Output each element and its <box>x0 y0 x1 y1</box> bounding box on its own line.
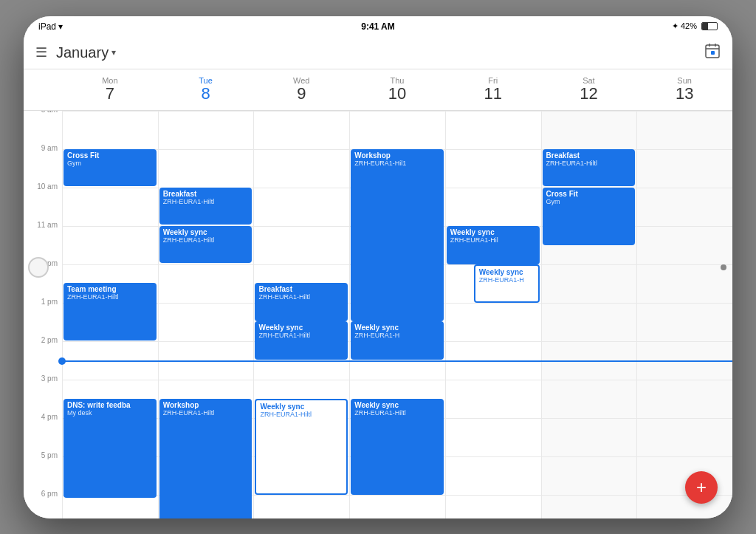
cell-fri-5[interactable] <box>445 456 541 495</box>
day-col-thu: Workshop ZRH-EURA1-Hil1 Weekly sync ZRH-… <box>349 111 445 518</box>
today-button[interactable] <box>704 43 721 63</box>
event-title: Workshop <box>354 151 440 160</box>
side-button-left <box>28 257 49 278</box>
event-title: Weekly sync <box>163 228 249 236</box>
event-weeklysync-fri2[interactable]: Weekly sync ZRH-EURA1-H <box>474 264 540 303</box>
event-workshop-thu[interactable]: Workshop ZRH-EURA1-Hil1 <box>351 149 444 321</box>
cell-wed-10[interactable] <box>253 188 349 226</box>
day-header-tue[interactable]: Tue 8 <box>158 69 254 110</box>
cell-wed-9[interactable] <box>253 149 349 188</box>
time-label-6pm: 6 pm <box>24 490 62 518</box>
month-label: January <box>56 44 109 61</box>
event-breakfast-sat[interactable]: Breakfast ZRH-EURA1-Hiltl <box>543 149 636 186</box>
event-crossfit-sat[interactable]: Cross Fit Gym <box>543 188 636 245</box>
day-header-thu[interactable]: Thu 10 <box>349 69 445 110</box>
cell-fri-3[interactable] <box>445 380 541 418</box>
day-num-fri: 11 <box>484 85 501 103</box>
cell-sun-4[interactable] <box>636 418 732 456</box>
cell-sun-8[interactable] <box>636 111 732 149</box>
cell-fri-10[interactable] <box>445 188 541 226</box>
add-event-button[interactable]: + <box>685 471 718 504</box>
event-workshop-tue[interactable]: Workshop ZRH-EURA1-Hiltl <box>159 399 252 518</box>
event-dns-mon[interactable]: DNS: write feedba My desk <box>63 399 157 498</box>
event-sub: ZRH-EURA1-Hiltl <box>67 293 153 301</box>
cell-mon-2[interactable] <box>62 341 158 380</box>
event-weeklysync-thu2[interactable]: Weekly sync ZRH-EURA1-Hiltl <box>351 399 444 495</box>
cell-sat-6[interactable] <box>541 495 637 518</box>
cell-mon-10[interactable] <box>62 188 158 226</box>
event-weeklysync-wed1[interactable]: Weekly sync ZRH-EURA1-Hiltl <box>255 321 348 360</box>
time-col-spacer <box>24 69 62 110</box>
cell-tue-9[interactable] <box>158 149 254 188</box>
cell-wed-8[interactable] <box>253 111 349 149</box>
cell-tue-2[interactable] <box>158 341 254 380</box>
cell-fri-9[interactable] <box>445 149 541 188</box>
cell-sun-11[interactable] <box>636 226 732 264</box>
header-left: ☰ January ▾ <box>35 44 116 61</box>
day-header-wed[interactable]: Wed 9 <box>253 69 349 110</box>
status-time: 9:41 AM <box>361 21 395 32</box>
cell-fri-4[interactable] <box>445 418 541 456</box>
event-weeklysync-wed2[interactable]: Weekly sync ZRH-EURA1-Hiltl <box>255 399 348 495</box>
ipad-label: iPad ▾ <box>38 21 63 32</box>
cell-fri-1[interactable] <box>445 303 541 341</box>
cell-sun-6[interactable] <box>636 495 732 518</box>
cell-sat-4[interactable] <box>541 418 637 456</box>
event-breakfast-tue[interactable]: Breakfast ZRH-EURA1-Hiltl <box>159 188 252 225</box>
cell-sun-1[interactable] <box>636 303 732 341</box>
cell-thu-8[interactable] <box>349 111 445 149</box>
cell-sun-9[interactable] <box>636 149 732 188</box>
cell-mon-11[interactable] <box>62 226 158 264</box>
cell-sat-2[interactable] <box>541 341 637 380</box>
cell-fri-6[interactable] <box>445 495 541 518</box>
cell-thu-6[interactable] <box>349 495 445 518</box>
cell-sat-12[interactable] <box>541 264 637 303</box>
cell-mon-6[interactable] <box>62 495 158 518</box>
cell-sat-3[interactable] <box>541 380 637 418</box>
event-title: Breakfast <box>258 285 344 293</box>
event-weeklysync-thu1[interactable]: Weekly sync ZRH-EURA1-H <box>351 321 444 360</box>
day-num-sat: 12 <box>580 85 597 103</box>
event-title: Workshop <box>163 401 249 409</box>
calendar-body[interactable]: 8 am 9 am 10 am <box>24 111 732 518</box>
cell-sat-1[interactable] <box>541 303 637 341</box>
time-label-9am: 9 am <box>24 144 62 182</box>
cell-sat-5[interactable] <box>541 456 637 495</box>
calendar-header: ☰ January ▾ <box>24 37 732 69</box>
time-label-11am: 11 am <box>24 221 62 259</box>
cell-sat-8[interactable] <box>541 111 637 149</box>
event-sub: ZRH-EURA1-Hil <box>450 236 536 244</box>
event-weeklysync-fri1[interactable]: Weekly sync ZRH-EURA1-Hil <box>447 226 540 264</box>
cell-tue-8[interactable] <box>158 111 254 149</box>
cell-sun-3[interactable] <box>636 380 732 418</box>
side-button-right <box>721 264 726 270</box>
month-caret: ▾ <box>111 47 116 58</box>
cell-mon-8[interactable] <box>62 111 158 149</box>
menu-button[interactable]: ☰ <box>35 44 47 61</box>
day-header-fri[interactable]: Fri 11 <box>445 69 541 110</box>
time-label-1pm: 1 pm <box>24 298 62 336</box>
cell-fri-2[interactable] <box>445 341 541 380</box>
event-title: Weekly sync <box>479 268 535 276</box>
event-sub: ZRH-EURA1-Hil1 <box>354 160 440 167</box>
day-header-mon[interactable]: Mon 7 <box>62 69 158 110</box>
cell-tue-12[interactable] <box>158 264 254 303</box>
cell-fri-8[interactable] <box>445 111 541 149</box>
cell-tue-1[interactable] <box>158 303 254 341</box>
month-title[interactable]: January ▾ <box>56 44 116 61</box>
cell-wed-6[interactable] <box>253 495 349 518</box>
day-header-sat[interactable]: Sat 12 <box>541 69 637 110</box>
event-weeklysync-tue[interactable]: Weekly sync ZRH-EURA1-Hiltl <box>159 226 252 263</box>
cell-sun-12[interactable] <box>636 264 732 303</box>
cell-wed-11[interactable] <box>253 226 349 264</box>
cell-sun-10[interactable] <box>636 188 732 226</box>
event-title: Cross Fit <box>67 151 153 160</box>
day-header-sun[interactable]: Sun 13 <box>636 69 732 110</box>
day-num-wed: 9 <box>297 85 306 103</box>
event-teammeeting-mon[interactable]: Team meeting ZRH-EURA1-Hiltl <box>63 283 157 340</box>
event-crossfit-mon[interactable]: Cross Fit Gym <box>63 149 157 186</box>
event-sub: ZRH-EURA1-Hiltl <box>354 409 440 417</box>
svg-rect-4 <box>711 51 715 55</box>
event-breakfast-wed[interactable]: Breakfast ZRH-EURA1-Hiltl <box>255 283 348 321</box>
cell-sun-2[interactable] <box>636 341 732 380</box>
